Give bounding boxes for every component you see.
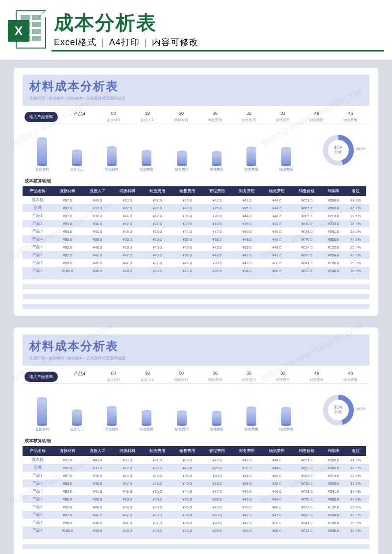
- sub-part: Excel格式: [54, 36, 97, 48]
- table-header: 产品名称: [23, 446, 52, 456]
- chart-area: 直接材料直接人工间接材料制造费用销售费用管理费用财务费用物流费用 利润分析 44…: [23, 124, 369, 176]
- bar-chart: 直接材料直接人工间接材料制造费用销售费用管理费用财务费用物流费用: [24, 128, 304, 172]
- query-col: 46物流费用: [334, 111, 368, 123]
- query-col: 33管理费用: [266, 111, 300, 123]
- query-col: 产品4: [63, 111, 97, 123]
- detail-section-title: 成本核算明细: [24, 438, 369, 444]
- bar: 物流费用: [269, 408, 304, 432]
- banner-title: 成本分析表: [54, 12, 384, 33]
- table-row: 产品2¥93.0¥46.0¥47.0¥32.0¥40.0¥48.0¥39.0¥3…: [23, 220, 369, 227]
- bar: 间接材料: [95, 407, 129, 432]
- bar: 间接材料: [95, 148, 129, 172]
- table-header: 直接人工: [82, 446, 112, 456]
- cost-table: 产品名称直接材料直接人工间接材料制造费用销售费用管理费用财务费用物流费用销售价格…: [23, 446, 369, 534]
- table-header: 直接材料: [52, 446, 82, 456]
- table-header: 备注: [345, 186, 366, 196]
- table-header: 制造费用: [142, 446, 172, 456]
- table-header: 备注: [345, 446, 366, 456]
- sub-part: A4打印: [109, 36, 140, 48]
- table-header: 销售价格: [292, 446, 322, 456]
- query-col: 产品4: [63, 371, 97, 382]
- query-col: 33管理费用: [266, 371, 300, 382]
- table-row: 产品2¥93.0¥46.0¥47.0¥32.0¥40.0¥48.0¥39.0¥3…: [23, 479, 369, 487]
- query-col: 49财务费用: [300, 371, 334, 382]
- excel-icon: X: [8, 7, 48, 52]
- chart-area: 直接材料直接人工间接材料制造费用销售费用管理费用财务费用物流费用 利润分析 44…: [23, 384, 369, 436]
- detail-section-title: 成本核算明细: [24, 178, 369, 184]
- table-row: 空调¥92.0¥33.0¥32.0¥32.0¥43.0¥35.0¥35.0¥44…: [23, 204, 369, 212]
- query-col: 80直接材料: [97, 371, 130, 382]
- table-row: 产品1¥87.0¥36.0¥44.0¥42.0¥35.0¥30.0¥44.0¥4…: [23, 212, 369, 220]
- table-row: 产品7¥98.0¥45.0¥41.0¥37.0¥45.0¥39.0¥42.0¥3…: [23, 259, 369, 267]
- query-col: 36制造费用: [198, 371, 232, 382]
- query-row: 输入产品查询产品480直接材料39直接人工50间接材料36制造费用35销售费用3…: [23, 371, 369, 384]
- query-col: 46物流费用: [334, 371, 368, 382]
- query-pill[interactable]: 输入产品查询: [24, 112, 58, 122]
- table-row: 产品6¥82.0¥42.0¥47.0¥40.0¥38.0¥48.0¥42.0¥4…: [23, 251, 369, 259]
- table-row: 洗衣机¥97.0¥43.0¥33.0¥41.0¥40.0¥42.0¥42.0¥4…: [23, 196, 369, 204]
- table-header: 管理费用: [202, 186, 232, 196]
- query-col: 80直接材料: [97, 111, 130, 123]
- doc-subtitle: 直接打印 / 自动单价 / 自动成本 / 公式及样式范围可自定: [29, 96, 363, 101]
- donut-chart: 利润分析 44.8%: [309, 388, 368, 432]
- query-col: 50间接材料: [164, 371, 198, 382]
- bar-chart: 直接材料直接人工间接材料制造费用销售费用管理费用财务费用物流费用: [24, 388, 304, 432]
- table-row: 产品3¥84.0¥41.0¥49.0¥35.0¥44.0¥47.0¥46.0¥4…: [23, 227, 369, 235]
- doc-title: 材料成本分析表: [29, 338, 363, 354]
- query-col: 36制造费用: [198, 111, 232, 123]
- table-header: 产品名称: [23, 186, 52, 196]
- panel-inner: 材料成本分析表 直接打印 / 自动单价 / 自动成本 / 公式及样式范围可自定输…: [14, 327, 378, 554]
- bar: 直接人工: [59, 151, 94, 172]
- doc-header: 材料成本分析表 直接打印 / 自动单价 / 自动成本 / 公式及样式范围可自定: [23, 75, 369, 106]
- table-header: 间接材料: [112, 446, 142, 456]
- table-header: 直接材料: [52, 186, 82, 196]
- donut-chart: 利润分析 44.8%: [309, 128, 368, 172]
- panel-inner: 材料成本分析表 直接打印 / 自动单价 / 自动成本 / 公式及样式范围可自定输…: [14, 68, 378, 316]
- query-row: 输入产品查询产品480直接材料39直接人工50间接材料36制造费用35销售费用3…: [23, 111, 369, 124]
- table-header: 利润率: [322, 186, 345, 196]
- doc-subtitle: 直接打印 / 自动单价 / 自动成本 / 公式及样式范围可自定: [29, 355, 363, 361]
- doc-header: 材料成本分析表 直接打印 / 自动单价 / 自动成本 / 公式及样式范围可自定: [23, 334, 369, 366]
- empty-rows: [23, 534, 369, 554]
- table-row: 产品5¥92.0¥48.0¥30.0¥46.0¥46.0¥43.0¥39.0¥4…: [23, 503, 369, 511]
- table-header: 销售价格: [292, 186, 322, 196]
- doc-title: 材料成本分析表: [29, 78, 363, 94]
- table-header: 销售费用: [172, 186, 202, 196]
- query-col: 50间接材料: [164, 111, 198, 123]
- table-row: 产品5¥92.0¥48.0¥30.0¥46.0¥46.0¥43.0¥39.0¥4…: [23, 243, 369, 251]
- bar: 直接人工: [59, 411, 94, 432]
- banner-subtitle: Excel格式| A4打印| 内容可修改: [54, 36, 384, 48]
- sheet-panel: 材料成本分析表 直接打印 / 自动单价 / 自动成本 / 公式及样式范围可自定输…: [14, 327, 378, 554]
- bar: 制造费用: [129, 151, 164, 172]
- sub-part: 内容可修改: [152, 36, 198, 48]
- table-header: 销售费用: [172, 446, 202, 456]
- bar: 管理费用: [199, 412, 234, 432]
- table-row: 产品8¥100.0¥48.0¥40.0¥30.0¥43.0¥39.0¥34.0¥…: [23, 267, 369, 275]
- table-row: 产品7¥98.0¥45.0¥41.0¥37.0¥45.0¥39.0¥42.0¥3…: [23, 519, 369, 527]
- bar: 财务费用: [234, 408, 269, 432]
- table-row: 产品6¥82.0¥42.0¥47.0¥40.0¥38.0¥48.0¥42.0¥4…: [23, 511, 369, 519]
- table-row: 洗衣机¥97.0¥43.0¥33.0¥41.0¥40.0¥42.0¥42.0¥4…: [23, 456, 369, 464]
- bar: 财务费用: [234, 148, 269, 172]
- table-row: 产品1¥87.0¥36.0¥44.0¥42.0¥35.0¥30.0¥44.0¥4…: [23, 472, 369, 479]
- query-col: 49财务费用: [300, 111, 334, 123]
- top-banner: X 成本分析表 Excel格式| A4打印| 内容可修改: [0, 0, 392, 60]
- table-row: 空调¥92.0¥33.0¥32.0¥32.0¥43.0¥35.0¥35.0¥44…: [23, 464, 369, 472]
- sheet-panel: 材料成本分析表 直接打印 / 自动单价 / 自动成本 / 公式及样式范围可自定输…: [14, 68, 378, 316]
- table-header: 制造费用: [142, 186, 172, 196]
- query-col: 39直接人工: [130, 111, 164, 123]
- table-header: 利润率: [322, 446, 345, 456]
- table-row: 产品4¥80.0¥39.0¥50.0¥36.0¥35.0¥38.0¥49.0¥4…: [23, 495, 369, 503]
- query-col: 35销售费用: [232, 371, 266, 382]
- bar: 销售费用: [164, 412, 199, 432]
- table-row: 产品4¥80.0¥39.0¥50.0¥36.0¥35.0¥38.0¥49.0¥4…: [23, 235, 369, 243]
- bar: 直接材料: [24, 139, 59, 172]
- query-pill[interactable]: 输入产品查询: [24, 372, 58, 382]
- table-row: 产品3¥84.0¥41.0¥49.0¥35.0¥44.0¥47.0¥46.0¥4…: [23, 487, 369, 495]
- bar: 销售费用: [164, 152, 199, 172]
- bar: 管理费用: [199, 152, 234, 172]
- table-header: 管理费用: [202, 446, 232, 456]
- bar: 制造费用: [129, 411, 164, 432]
- table-header: 间接材料: [112, 186, 142, 196]
- cost-table: 产品名称直接材料直接人工间接材料制造费用销售费用管理费用财务费用物流费用销售价格…: [23, 186, 369, 275]
